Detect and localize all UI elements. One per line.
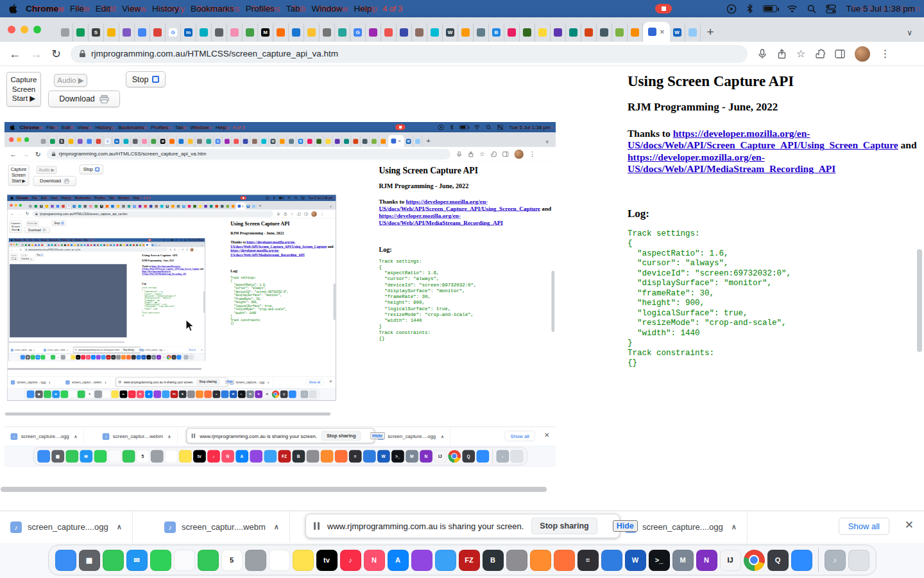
profile-avatar[interactable] [855, 46, 870, 62]
close-downloads-bar-icon[interactable]: ✕ [905, 520, 914, 530]
tab[interactable]: G [166, 23, 181, 42]
dock-icon-firefox[interactable] [554, 550, 575, 571]
tab[interactable] [243, 23, 258, 42]
dock-icon-calculator[interactable]: = [578, 550, 599, 571]
dock-icon-downloads[interactable]: ♪ [825, 550, 846, 571]
dock-icon-podcasts[interactable] [411, 550, 432, 571]
dock-icon-filezilla[interactable]: FZ [459, 550, 480, 571]
menubar-item-help[interactable]: Help [348, 4, 377, 13]
dock-icon-onenote[interactable]: N [696, 550, 717, 571]
wifi-icon[interactable] [787, 4, 798, 13]
download-item[interactable]: ♪screen_captur....webm∧ [154, 511, 290, 543]
audio-button[interactable]: Audio ▶ [54, 74, 87, 87]
download-menu-chevron[interactable]: ∧ [117, 523, 122, 531]
browser-menu-icon[interactable]: ⋮ [880, 48, 890, 60]
menubar-app-name[interactable]: Chrome [20, 4, 64, 13]
hide-sharing-button[interactable]: Hide [613, 520, 638, 532]
dock-icon-facetime[interactable] [198, 550, 219, 571]
tab[interactable] [58, 23, 73, 42]
menubar-item-file[interactable]: File [64, 4, 90, 13]
mediastream-recording-api-link[interactable]: https://developer.mozilla.org/en-US/docs… [628, 152, 835, 175]
tab[interactable] [119, 23, 135, 42]
menubar-item-window[interactable]: Window [305, 4, 348, 13]
dock-icon-contacts[interactable] [245, 550, 266, 571]
tab[interactable] [628, 23, 643, 42]
dock-icon-textmate[interactable]: M [672, 550, 694, 571]
tab[interactable] [304, 23, 320, 42]
stop-button[interactable]: Stop [126, 71, 166, 87]
menubar-item-view[interactable]: View [116, 4, 146, 13]
tab-close-icon[interactable]: × [660, 28, 665, 36]
tab-search-chevron-icon[interactable]: ∨ [907, 29, 912, 37]
tab[interactable] [535, 23, 551, 42]
vertical-scrollbar[interactable] [917, 249, 922, 352]
dock-icon-launchpad[interactable]: ▦ [79, 550, 100, 571]
active-tab[interactable]: × [643, 22, 670, 42]
address-bar[interactable]: rjmprogramming.com.au/HTMLCSS/screen_cap… [71, 45, 748, 63]
tab[interactable] [320, 23, 335, 42]
tab[interactable] [458, 23, 474, 42]
menubar-item-edit[interactable]: Edit [90, 4, 116, 13]
tab[interactable] [474, 23, 489, 42]
tab[interactable] [685, 23, 701, 42]
screen-recording-stop-indicator[interactable] [655, 4, 672, 13]
dock-icon-zoom[interactable] [791, 550, 812, 571]
tab[interactable] [597, 23, 612, 42]
tab[interactable] [227, 23, 243, 42]
tab[interactable] [581, 23, 597, 42]
dock-icon-music[interactable]: ♪ [340, 550, 361, 571]
dock-icon-messages[interactable] [103, 550, 124, 571]
tab[interactable] [566, 23, 581, 42]
tab[interactable] [504, 23, 520, 42]
tab[interactable]: W [443, 23, 458, 42]
tab[interactable]: S [89, 23, 104, 42]
dock-icon-finder[interactable] [55, 550, 76, 571]
tab[interactable]: B [489, 23, 504, 42]
share-icon[interactable] [777, 49, 787, 59]
playback-status-icon[interactable] [726, 4, 737, 14]
dock-icon-word[interactable]: W [625, 550, 646, 571]
tab[interactable] [397, 23, 412, 42]
dock-icon-notes[interactable] [293, 550, 314, 571]
capture-screen-start-button[interactable]: Capture Screen Start ▶ [6, 72, 41, 107]
download-menu-chevron[interactable]: ∧ [732, 523, 737, 531]
horizontal-scrollbar[interactable] [1, 487, 547, 492]
apple-menu-icon[interactable] [9, 4, 17, 13]
new-tab-button[interactable]: + [707, 26, 714, 38]
extensions-puzzle-icon[interactable] [815, 49, 825, 59]
tab[interactable] [412, 23, 427, 42]
tab[interactable] [104, 23, 119, 42]
dock-icon-safari[interactable] [435, 550, 456, 571]
bookmark-star-icon[interactable]: ☆ [796, 49, 805, 59]
dock-icon-paint-app[interactable] [530, 550, 551, 571]
tab[interactable] [196, 23, 212, 42]
dock-icon-calendar[interactable]: 5 [221, 550, 243, 571]
dock-icon-quicktime[interactable]: Q [767, 550, 789, 571]
tab[interactable] [212, 23, 227, 42]
tab[interactable]: W [670, 23, 685, 42]
dock-icon-chrome[interactable] [744, 550, 765, 571]
stop-sharing-button[interactable]: Stop sharing [531, 518, 597, 534]
dock-icon-maps[interactable] [150, 550, 171, 571]
tab[interactable] [150, 23, 166, 42]
spotlight-search-icon[interactable] [807, 4, 816, 13]
dock-icon-terminal[interactable]: >_ [649, 550, 670, 571]
menubar-clock[interactable]: Tue 5 Jul 1:38 pm [846, 4, 915, 13]
side-panel-icon[interactable] [835, 49, 845, 58]
dock-icon-reminders[interactable] [269, 550, 290, 571]
microphone-icon[interactable] [757, 49, 767, 59]
tab[interactable] [289, 23, 304, 42]
tab[interactable] [551, 23, 566, 42]
control-center-icon[interactable] [826, 4, 836, 13]
dock-icon-trash[interactable] [848, 550, 869, 571]
tab[interactable] [427, 23, 443, 42]
download-button[interactable]: Download [48, 91, 120, 107]
tab[interactable] [366, 23, 381, 42]
tab[interactable] [612, 23, 628, 42]
tab[interactable] [520, 23, 535, 42]
tab[interactable]: G [350, 23, 366, 42]
tab[interactable]: in [181, 23, 196, 42]
tab[interactable] [73, 23, 89, 42]
menubar-item-history[interactable]: History [146, 4, 185, 13]
tab[interactable] [335, 23, 350, 42]
